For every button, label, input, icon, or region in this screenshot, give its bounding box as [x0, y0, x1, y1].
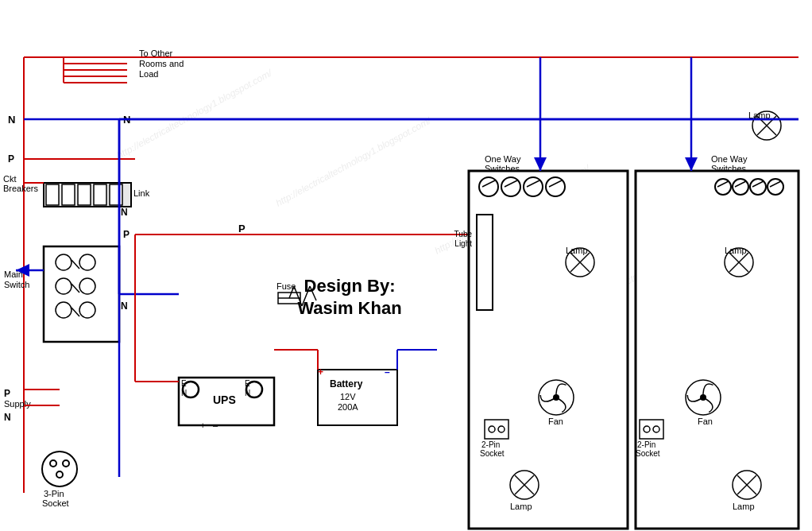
wiring-diagram [0, 0, 812, 531]
diagram-container: Automatic UPS System Wiring Circuit Diag… [0, 0, 812, 531]
